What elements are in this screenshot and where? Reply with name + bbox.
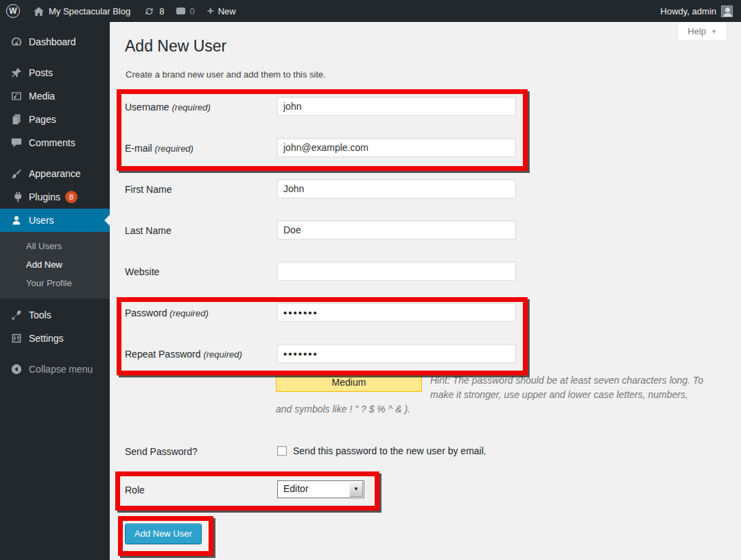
first-name-row: First Name <box>125 179 741 198</box>
first-name-label: First Name <box>125 184 172 195</box>
howdy-text[interactable]: Howdy, admin <box>661 6 716 16</box>
username-label: Username <box>125 102 169 113</box>
sidebar-item-plugins[interactable]: Plugins 8 <box>0 185 110 209</box>
required-note: (required) <box>203 349 242 360</box>
wrench-icon <box>10 308 23 322</box>
comments-icon <box>176 8 185 14</box>
media-icon <box>10 89 23 103</box>
repeat-password-row: Repeat Password (required) <box>125 344 741 363</box>
admin-sidebar: Dashboard Posts Media Pages Comments <box>0 22 110 560</box>
sidebar-item-tools[interactable]: Tools <box>0 303 110 327</box>
sidebar-item-users[interactable]: Users <box>0 209 110 232</box>
collapse-icon <box>10 362 23 376</box>
sidebar-item-dashboard[interactable]: Dashboard <box>0 30 110 54</box>
role-row: Role Editor ▼ <box>125 480 741 498</box>
required-note: (required) <box>169 308 208 318</box>
required-note: (required) <box>155 143 193 154</box>
comment-count: 0 <box>189 6 194 16</box>
avatar[interactable] <box>721 5 733 17</box>
sidebar-label: Dashboard <box>29 36 76 47</box>
site-name-link[interactable]: My Spectacular Blog <box>26 0 137 22</box>
last-name-label: Last Name <box>125 225 172 236</box>
role-selected-value: Editor <box>283 483 309 494</box>
sidebar-item-appearance[interactable]: Appearance <box>0 162 110 185</box>
updates-icon <box>143 5 155 17</box>
email-row: E-mail (required) <box>125 138 741 157</box>
send-password-checkbox[interactable] <box>277 446 287 456</box>
add-new-user-button[interactable]: Add New User <box>125 524 202 544</box>
submenu-label: All Users <box>26 241 62 251</box>
sidebar-label: Appearance <box>29 168 81 179</box>
wp-logo-menu[interactable]: W <box>0 0 26 22</box>
comment-icon <box>10 136 23 150</box>
sidebar-label: Comments <box>29 137 75 148</box>
help-button[interactable]: Help ▼ <box>677 23 727 41</box>
admin-bar: W My Spectacular Blog 8 0 + New Howdy, a… <box>0 0 741 22</box>
users-icon <box>10 213 23 227</box>
new-content-menu[interactable]: + New <box>201 0 242 22</box>
wordpress-admin: W My Spectacular Blog 8 0 + New Howdy, a… <box>0 0 741 560</box>
chevron-down-icon: ▼ <box>711 28 717 35</box>
sidebar-label: Settings <box>29 333 64 344</box>
plugin-icon <box>10 190 23 204</box>
sidebar-label: Users <box>29 215 54 226</box>
submit-row: Add New User <box>125 524 741 544</box>
repeat-password-input[interactable] <box>277 344 516 363</box>
sidebar-label: Pages <box>29 114 56 125</box>
send-password-checkbox-label: Send this password to the new user by em… <box>293 445 486 456</box>
plugins-update-badge: 8 <box>65 191 78 203</box>
password-strength-block: Medium Hint: The password should be at l… <box>276 373 707 417</box>
repeat-password-label: Repeat Password <box>125 349 201 360</box>
website-input[interactable] <box>277 261 516 281</box>
sidebar-item-comments[interactable]: Comments <box>0 131 110 154</box>
last-name-row: Last Name <box>125 220 741 240</box>
settings-icon <box>10 331 23 345</box>
username-row: Username (required) <box>125 97 741 116</box>
password-row: Password (required) <box>125 303 741 322</box>
plus-icon: + <box>207 5 214 16</box>
submenu-label: Your Profile <box>26 278 72 288</box>
main-content: Help ▼ Add New User Create a brand new u… <box>110 22 741 560</box>
new-label: New <box>218 6 236 16</box>
email-label: E-mail <box>125 143 152 154</box>
password-label: Password <box>125 307 167 318</box>
comments-menu[interactable]: 0 <box>170 0 200 22</box>
role-label: Role <box>125 485 145 495</box>
username-input[interactable] <box>277 97 516 116</box>
website-row: Website <box>125 261 741 281</box>
update-count: 8 <box>159 6 164 16</box>
send-password-label: Send Password? <box>125 446 198 457</box>
wordpress-logo-icon: W <box>6 4 20 18</box>
select-arrow-icon[interactable]: ▼ <box>349 482 363 497</box>
sidebar-label: Plugins <box>29 191 60 202</box>
site-name-label: My Spectacular Blog <box>49 6 130 16</box>
page-title: Add New User <box>110 22 741 56</box>
required-note: (required) <box>172 102 210 113</box>
page-subtitle: Create a brand new user and add them to … <box>110 56 741 80</box>
sidebar-label: Collapse menu <box>29 364 93 375</box>
home-icon <box>32 5 45 17</box>
password-input[interactable] <box>277 303 516 322</box>
sidebar-item-settings[interactable]: Settings <box>0 327 110 350</box>
pushpin-icon <box>10 66 23 80</box>
submenu-your-profile[interactable]: Your Profile <box>0 274 110 292</box>
last-name-input[interactable] <box>277 220 516 240</box>
users-submenu: All Users Add New Your Profile <box>0 232 110 299</box>
sidebar-label: Tools <box>29 310 51 320</box>
role-select[interactable]: Editor ▼ <box>277 480 364 498</box>
sidebar-item-collapse-menu[interactable]: Collapse menu <box>0 358 110 381</box>
first-name-input[interactable] <box>277 179 516 198</box>
sidebar-item-pages[interactable]: Pages <box>0 108 110 131</box>
sidebar-item-media[interactable]: Media <box>0 84 110 108</box>
sidebar-item-posts[interactable]: Posts <box>0 61 110 84</box>
updates-menu[interactable]: 8 <box>137 0 170 22</box>
password-strength-meter: Medium <box>276 373 422 392</box>
paintbrush-icon <box>10 167 23 180</box>
submenu-all-users[interactable]: All Users <box>0 237 110 255</box>
pages-icon <box>10 113 23 126</box>
help-label: Help <box>687 26 706 36</box>
send-password-row: Send Password? Send this password to the… <box>125 444 741 458</box>
submenu-add-new[interactable]: Add New <box>0 255 110 274</box>
email-input[interactable] <box>277 138 516 157</box>
add-user-form: Username (required) E-mail (required) Fi… <box>110 97 741 544</box>
